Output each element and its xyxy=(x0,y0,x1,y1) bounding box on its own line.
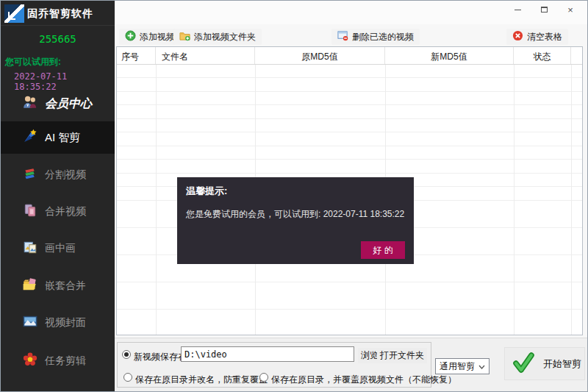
sidebar-item-label: 分割视频 xyxy=(45,168,86,182)
maximize-button[interactable] xyxy=(536,2,552,17)
sidebar-item-label: 视频封面 xyxy=(45,316,86,329)
close-icon: × xyxy=(567,4,573,15)
sidebar-item-merge-video[interactable]: 合并视频 xyxy=(1,196,115,228)
smartcut-mode-value: 通用智剪 xyxy=(440,360,475,373)
overwrite-label: 保存在原目录，并覆盖原视频文件（不能恢复） xyxy=(271,374,456,386)
start-smartcut-button[interactable]: 开始智剪 xyxy=(504,347,585,380)
delete-selected-label: 删除已选的视频 xyxy=(352,31,414,43)
save-to-folder-radio[interactable] xyxy=(122,350,131,359)
app-window: 固乔智剪软件 255665 您可以试用到: 2022-07-11 18:35:2… xyxy=(0,0,588,392)
user-id: 255665 xyxy=(1,33,115,45)
video-cover-icon xyxy=(22,313,38,332)
column-header-index[interactable]: 序号 xyxy=(117,47,156,64)
add-video-icon xyxy=(125,30,136,43)
divider xyxy=(1,25,115,26)
minimize-icon xyxy=(514,10,521,10)
delete-selected-button[interactable]: 删除已选的视频 xyxy=(331,29,420,45)
rename-in-place-radio[interactable] xyxy=(123,373,132,382)
save-path-input[interactable] xyxy=(181,346,354,362)
sidebar-item-member-center[interactable]: 会员中心 xyxy=(1,88,115,120)
dialog-ok-button[interactable]: 好 的 xyxy=(361,241,405,259)
dialog-title: 温馨提示: xyxy=(186,185,227,198)
delete-video-icon xyxy=(337,30,348,43)
sidebar-item-task-clip[interactable]: 任务剪辑 xyxy=(1,345,115,377)
column-header-original-md5[interactable]: 原MD5值 xyxy=(255,47,385,64)
add-video-button[interactable]: 添加视频 xyxy=(119,29,181,45)
members-icon xyxy=(22,94,38,113)
sidebar: 固乔智剪软件 255665 您可以试用到: 2022-07-11 18:35:2… xyxy=(1,1,115,392)
app-logo-icon xyxy=(4,4,24,23)
maximize-icon xyxy=(541,7,548,13)
column-header-filename[interactable]: 文件名 xyxy=(156,47,255,64)
column-header-status[interactable]: 状态 xyxy=(514,47,571,64)
close-button[interactable]: × xyxy=(562,2,578,17)
nested-merge-icon xyxy=(22,277,38,296)
chevron-down-icon xyxy=(478,361,485,371)
merge-video-icon xyxy=(22,202,38,221)
sidebar-item-split-video[interactable]: 分割视频 xyxy=(1,159,115,191)
overwrite-radio[interactable] xyxy=(259,373,268,382)
add-folder-icon xyxy=(179,30,190,43)
sidebar-item-label: 任务剪辑 xyxy=(45,354,86,368)
minimize-button[interactable] xyxy=(509,2,526,17)
sidebar-item-label: 会员中心 xyxy=(45,96,92,112)
sidebar-item-label: 嵌套合并 xyxy=(45,279,86,293)
clear-table-button[interactable]: 清空表格 xyxy=(506,29,568,45)
sidebar-item-video-cover[interactable]: 视频封面 xyxy=(1,307,115,339)
picture-in-picture-icon xyxy=(22,239,38,258)
footer-panel: 新视频保存在: 浏览 打开文件夹 保存在原目录并改名，防重复覆盖 保存在原目录，… xyxy=(115,338,587,391)
table-header: 序号 文件名 原MD5值 新MD5值 状态 xyxy=(117,47,582,65)
add-video-folder-button[interactable]: 添加视频文件夹 xyxy=(173,29,262,45)
column-divider xyxy=(156,65,157,335)
dialog-message: 您是免费试用的会员，可以试用到: 2022-07-11 18:35:22 xyxy=(186,208,404,221)
add-video-folder-label: 添加视频文件夹 xyxy=(194,31,256,43)
sidebar-item-label: 画中画 xyxy=(45,242,76,255)
rename-in-place-label: 保存在原目录并改名，防重复覆盖 xyxy=(135,374,268,386)
add-video-label: 添加视频 xyxy=(140,31,175,43)
open-folder-button[interactable]: 打开文件夹 xyxy=(377,348,427,363)
start-smartcut-label: 开始智剪 xyxy=(543,357,581,371)
sidebar-item-label: 合并视频 xyxy=(45,205,86,218)
sidebar-item-nested-merge[interactable]: 嵌套合并 xyxy=(1,270,115,302)
smartcut-mode-select[interactable]: 通用智剪 xyxy=(435,358,490,374)
clear-table-label: 清空表格 xyxy=(527,31,562,43)
trial-notice-dialog: 温馨提示: 您是免费试用的会员，可以试用到: 2022-07-11 18:35:… xyxy=(177,177,414,264)
app-title: 固乔智剪软件 xyxy=(27,7,93,21)
sidebar-item-picture-in-picture[interactable]: 画中画 xyxy=(1,232,115,265)
sidebar-item-label: AI 智剪 xyxy=(45,131,80,145)
column-divider xyxy=(571,65,572,335)
green-check-icon xyxy=(512,351,535,377)
titlebar: × xyxy=(115,1,587,24)
task-clip-icon xyxy=(22,352,38,371)
clear-table-icon xyxy=(512,30,523,43)
trial-label: 您可以试用到: xyxy=(5,56,61,68)
magic-wand-icon xyxy=(22,128,38,147)
column-header-new-md5[interactable]: 新MD5值 xyxy=(385,47,514,64)
split-video-icon xyxy=(22,165,38,185)
sidebar-item-ai-smartcut[interactable]: AI 智剪 xyxy=(1,121,115,154)
column-divider xyxy=(514,65,514,335)
